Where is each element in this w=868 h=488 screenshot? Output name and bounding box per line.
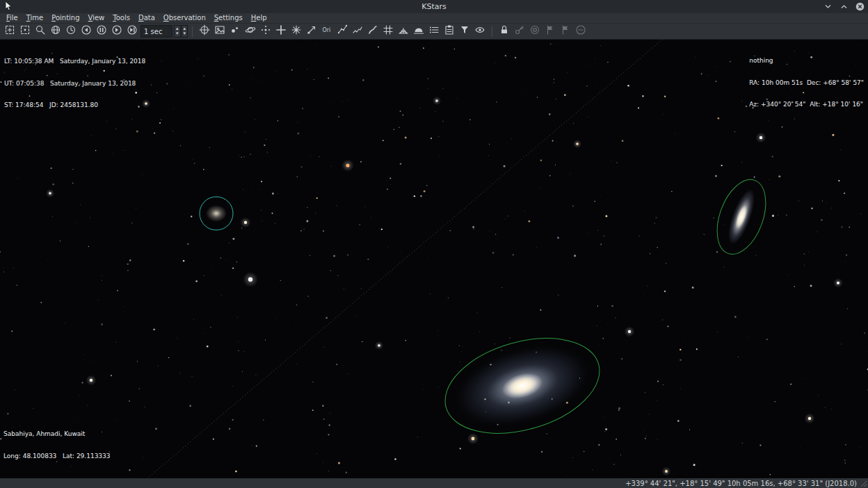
focus-object-name: nothing <box>749 57 864 65</box>
views-button[interactable] <box>472 24 488 39</box>
views-icon <box>474 24 485 38</box>
stars-icon <box>230 24 241 38</box>
search-button[interactable] <box>33 24 48 39</box>
set-geolocation-icon <box>50 24 61 38</box>
fov-symbol-button[interactable] <box>457 24 472 39</box>
lock-position-button[interactable] <box>497 24 512 39</box>
whats-interesting-button[interactable] <box>426 24 442 39</box>
time-start-button[interactable] <box>109 24 124 39</box>
sky-images-icon <box>214 24 225 38</box>
set-geolocation-button[interactable] <box>48 24 63 39</box>
stars-toggle[interactable] <box>227 24 243 39</box>
menu-observation[interactable]: Observation <box>159 13 210 23</box>
focus-horizontal-coords: Az: +340° 20' 54" Alt: +18° 10' 16" <box>749 101 864 108</box>
telescope-track-icon <box>529 24 540 38</box>
park-icon <box>575 24 586 38</box>
constellation-boundaries-icon <box>352 24 363 38</box>
menu-view[interactable]: View <box>84 13 109 23</box>
time-reverse-icon <box>81 24 92 38</box>
geo-location-label: Sabahiya, Ahmadi, Kuwait <box>3 430 111 438</box>
whats-interesting-icon <box>428 24 440 38</box>
flag-icon <box>545 24 556 38</box>
time-step-spinbox[interactable]: 1 sec <box>140 25 172 38</box>
time-advance-button[interactable] <box>124 24 140 39</box>
pointing-mode-button[interactable] <box>17 24 33 39</box>
fov-symbol-icon <box>459 24 470 38</box>
find-object-icon <box>4 24 15 38</box>
constellation-boundaries-toggle[interactable] <box>350 24 365 39</box>
comets-toggle[interactable] <box>304 24 319 39</box>
universal-time-label: UT: 07:05:38 Saturday, January 13, 2018 <box>4 80 145 88</box>
milky-way-toggle[interactable] <box>365 24 380 39</box>
time-step-value: 1 sec <box>144 28 162 35</box>
time-step-stepper[interactable]: ▴▾ <box>174 25 181 38</box>
focus-equatorial-coords: RA: 10h 00m 51s Dec: +68° 58' 57" <box>749 79 864 87</box>
constellation-lines-toggle[interactable] <box>335 24 350 39</box>
window-title: KStars <box>421 2 447 11</box>
planets-icon <box>245 24 256 38</box>
milky-way-icon <box>367 24 378 38</box>
asteroids-toggle[interactable] <box>258 24 273 39</box>
ground-toggle[interactable] <box>411 24 426 39</box>
coordinate-system-icon <box>199 24 210 38</box>
geo-coordinates-label: Long: 48.100833 Lat: 29.113333 <box>3 453 111 460</box>
deep-sky-objects-icon <box>275 24 287 38</box>
statusbar-coordinates: +339° 44' 21", +18° 15' 49" 10h 05m 16s,… <box>625 480 857 487</box>
supernovae-icon <box>291 24 302 38</box>
menubar: FileTimePointingViewToolsDataObservation… <box>0 13 868 24</box>
menu-tools[interactable]: Tools <box>108 13 134 23</box>
sky-map[interactable]: LT: 10:05:38 AM Saturday, January 13, 20… <box>0 40 868 478</box>
horizontal-grid-toggle[interactable] <box>396 24 411 39</box>
time-stop-button[interactable] <box>94 24 109 39</box>
set-time-icon <box>65 24 77 38</box>
constellation-names-toggle[interactable]: Ori <box>319 24 335 39</box>
maximize-button[interactable] <box>839 2 849 12</box>
focus-info-overlay: nothing RA: 10h 00m 51s Dec: +68° 58' 57… <box>749 42 864 123</box>
flag-add-icon <box>560 24 571 38</box>
sky-images-toggle[interactable] <box>212 24 227 39</box>
comets-icon <box>306 24 317 38</box>
telescope-track-button <box>527 24 542 39</box>
menu-time[interactable]: Time <box>22 13 47 23</box>
close-button[interactable] <box>855 2 865 12</box>
observation-list-button[interactable] <box>442 24 457 39</box>
supernovae-toggle[interactable] <box>289 24 304 39</box>
find-object-button[interactable] <box>2 24 17 39</box>
telescope-connect-icon <box>514 24 525 38</box>
equatorial-grid-icon <box>383 24 394 38</box>
time-unit-stepper[interactable]: ▴▾ <box>182 25 188 38</box>
pointing-mode-icon <box>19 24 31 38</box>
toolbar-separator <box>192 26 193 37</box>
flag-add-button <box>558 24 573 39</box>
time-reverse-button[interactable] <box>79 24 94 39</box>
menu-pointing[interactable]: Pointing <box>47 13 83 23</box>
time-advance-icon <box>127 24 138 38</box>
statusbar: +339° 44' 21", +18° 15' 49" 10h 05m 16s,… <box>0 478 868 488</box>
equatorial-grid-toggle[interactable] <box>380 24 396 39</box>
flag-button <box>542 24 558 39</box>
constellation-names-icon: Ori <box>321 24 332 38</box>
minimize-button[interactable] <box>823 2 833 12</box>
time-start-icon <box>111 24 122 38</box>
toolbar: 1 sec▴▾▴▾Ori <box>0 24 868 40</box>
lock-position-icon <box>499 24 510 38</box>
deep-sky-objects-toggle[interactable] <box>273 24 289 39</box>
menu-data[interactable]: Data <box>134 13 159 23</box>
constellation-lines-icon <box>337 24 348 38</box>
menu-help[interactable]: Help <box>247 13 271 23</box>
park-button <box>573 24 588 39</box>
horizontal-grid-icon <box>398 24 409 38</box>
mouse-cursor-icon <box>5 1 13 11</box>
search-icon <box>35 24 46 38</box>
titlebar[interactable]: KStars <box>0 0 868 13</box>
set-time-button[interactable] <box>63 24 79 39</box>
coordinate-system-toggle[interactable] <box>197 24 212 39</box>
menu-file[interactable]: File <box>2 13 22 23</box>
menu-settings[interactable]: Settings <box>210 13 247 23</box>
geo-info-overlay: Sabahiya, Ahmadi, Kuwait Long: 48.100833… <box>3 416 111 474</box>
time-info-overlay: LT: 10:05:38 AM Saturday, January 13, 20… <box>4 43 145 124</box>
planets-toggle[interactable] <box>243 24 258 39</box>
resize-grip-icon[interactable] <box>860 480 867 487</box>
kstars-window: KStars FileTimePointingViewToolsDataObse… <box>0 0 868 488</box>
local-time-label: LT: 10:05:38 AM Saturday, January 13, 20… <box>4 58 145 65</box>
